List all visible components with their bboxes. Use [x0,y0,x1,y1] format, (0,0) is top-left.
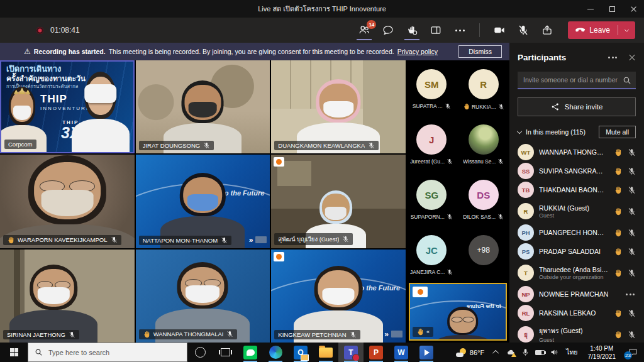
video-tile-nattapon[interactable]: to the Future NATTAPON MON-THANOM » [136,155,270,248]
panel-close-button[interactable] [628,54,636,62]
volume-tray-icon[interactable] [547,343,562,362]
participant-row[interactable]: T Tharuedee (Anda Bside)Outside your org… [518,261,636,285]
avatar-wissanu[interactable]: Wissanu Se... [458,124,509,165]
video-tile-waraporn[interactable]: WARAPORN KAVEEKIJKAMPOL [0,155,135,248]
participants-button[interactable]: 14 [352,18,376,43]
recording-dot-icon [36,27,43,34]
participant-row[interactable]: SS SUVIPA SANGKRAWAT [518,162,636,180]
participant-name: WANNAPA THONGMALAI [539,148,609,156]
action-center-button[interactable]: 23 [621,343,644,362]
self-video-tile[interactable]: to the Future « [409,283,507,341]
avatar-dilok[interactable]: DS DILOK SAS... [458,180,509,220]
participant-name: WANNAPA THONGMALAI [153,331,224,337]
participant-name: NATTAPON MON-THANOM [143,237,218,244]
mic-off-icon [498,104,504,110]
microphone-icon [521,348,530,356]
participant-row[interactable]: PS PRADAP SALADDAI [518,242,636,261]
avatar: NP [518,286,534,302]
person-figure-vr [72,72,130,152]
leave-options-button[interactable] [618,27,635,34]
taskbar-teams[interactable]: T [338,343,364,362]
chevron-down-icon [623,27,630,34]
participant-row[interactable]: NP NOWNEE PRAMCHAN [518,285,636,304]
maximize-button[interactable] [601,0,623,18]
participant-row[interactable]: WT WANNAPA THONGMALAI [518,143,636,162]
video-tile-corpcom[interactable]: เปิดการเดินทาง ครั้งสำคัญของทานตะวัน การ… [0,60,135,153]
participant-name-tag: SIRINAN JAETHONG [3,330,79,339]
video-tile-wannapa[interactable]: WANNAPA THONGMALAI [136,250,270,343]
share-invite-label: Share invite [565,103,603,111]
recording-indicator: 01:08:41 [36,26,80,35]
more-actions-button[interactable] [448,18,472,43]
mic-off-icon [447,158,453,165]
taskbar-powerpoint[interactable]: P [364,343,389,362]
participant-row[interactable]: RL RAKSINA LEBKAO [518,304,636,322]
rooms-icon [430,25,441,36]
avatar: ยุ [518,326,534,343]
avatar-rukkia[interactable]: R RUKKIA... [458,69,509,110]
row-more-button[interactable] [625,291,636,298]
avatar-janejira[interactable]: JC JANEJIRA C... [406,235,457,275]
taskbar-outlook[interactable]: O [288,343,313,362]
dismiss-button[interactable]: Dismiss [458,45,502,58]
video-tile-supat[interactable]: สุพัฒน์ บุญเวียง (Guest) [271,155,406,248]
avatar-supatra[interactable]: SM SUPATRA ... [406,69,457,109]
mic-tray-icon[interactable] [518,343,533,362]
warning-icon: ⚠ [24,48,31,55]
camera-toggle-button[interactable] [487,18,511,43]
avatar: SS [518,163,534,179]
window-controls [580,0,644,18]
video-tile-jirat[interactable]: JIRAT DOUNGSONG [136,60,270,153]
leave-button[interactable]: Leave [568,26,618,35]
video-tile-kingkeaw[interactable]: to the Future KINGKEAW PETCHNIAN » [271,250,406,343]
taskbar-line[interactable] [238,343,263,362]
avatar-overflow-count[interactable]: +98 [458,235,509,265]
avatar-name: SUPAPORN... [411,214,445,220]
avatar: SM [416,69,447,99]
taskbar-search[interactable]: Type here to search [28,343,187,362]
teams-icon: T [344,346,358,359]
task-view-button[interactable] [213,343,238,362]
edge-icon [269,346,282,359]
section-collapse-icon[interactable] [517,129,522,134]
onedrive-tray-icon[interactable] [504,343,518,362]
reactions-button[interactable] [400,18,424,43]
breakout-rooms-button[interactable] [424,18,448,43]
participant-row[interactable]: TB THAKDANAI BAONGERN [518,180,636,199]
windows-logo-icon [10,348,18,356]
battery-tray-icon[interactable] [533,343,547,362]
share-invite-button[interactable]: Share invite [518,97,636,116]
avatar-jureerat[interactable]: J Jureerat (Gu... [406,124,457,165]
minimize-button[interactable] [580,0,601,18]
hang-up-icon [574,23,587,36]
avatar-supaporn[interactable]: SG SUPAPORN... [406,180,457,220]
taskbar-edge[interactable] [263,343,288,362]
cortana-button[interactable] [187,343,213,362]
video-tile-sirinan[interactable]: SIRINAN JAETHONG [0,250,135,343]
participant-row[interactable]: PH PUANGPECH HONGDILO... [518,223,636,242]
weather-widget[interactable]: 86°F [451,348,489,357]
start-button[interactable] [0,343,28,362]
participant-row[interactable]: ยุ ยุพาพร (Guest)Guest [518,322,636,343]
participant-row[interactable]: R RUKKIAt (Guest)Guest [518,199,636,223]
share-screen-button[interactable] [535,18,559,43]
raised-hand-icon [143,331,150,338]
mute-all-button[interactable]: Mute all [599,126,636,138]
taskbar-films[interactable] [414,343,439,362]
taskbar-word[interactable]: W [389,343,414,362]
chat-button[interactable] [376,18,400,43]
taskbar-clock[interactable]: 1:40 PM 7/19/2021 [582,344,622,361]
video-tile-duangkamon[interactable]: DUANGKAMON KEAWLANGKA [271,60,406,153]
tray-expand-button[interactable] [489,343,504,362]
invite-input[interactable] [518,72,636,89]
mic-off-icon [628,186,636,194]
powerpoint-icon: P [369,346,383,359]
org-logo-badge [274,157,284,167]
mic-toggle-button[interactable] [511,18,535,43]
language-indicator[interactable]: ไทย [562,347,582,358]
speaker-icon [550,348,558,356]
taskbar-explorer[interactable] [313,343,338,362]
privacy-policy-link[interactable]: Privacy policy [397,48,438,55]
close-button[interactable] [623,0,644,18]
panel-more-button[interactable] [606,54,619,61]
